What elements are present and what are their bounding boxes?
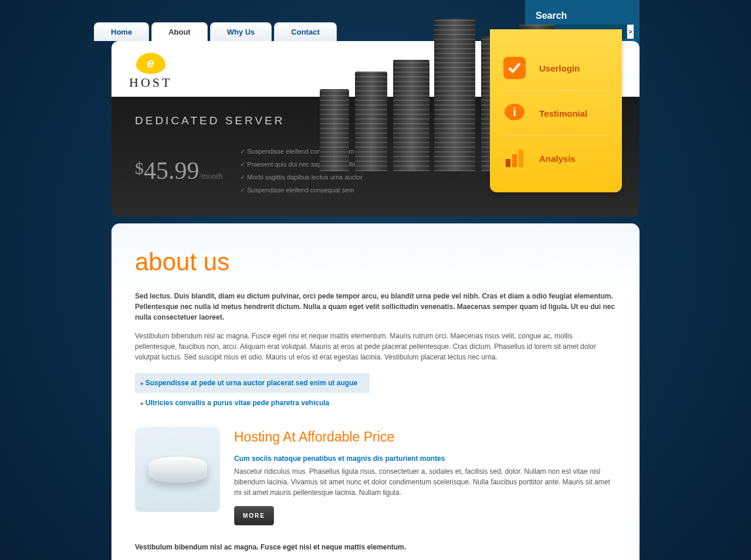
link-list: Suspendisse at pede ut urna auctor place… xyxy=(135,373,370,413)
body-text: Vestibulum bibendum nisl ac magna. Fusce… xyxy=(135,331,616,362)
more-button[interactable]: MORE xyxy=(234,506,274,525)
logo-text: HOST xyxy=(129,75,172,90)
search-title: Search xyxy=(536,11,634,21)
sidebar: Userlogin i Testimonial Analysis xyxy=(490,29,622,192)
closing-text: Mauris rutrum orci. Maecenas risus velit… xyxy=(135,558,616,561)
sidebar-item-analysis[interactable]: Analysis xyxy=(503,136,609,181)
feature-item: Morbi sagittis dapibus lectus urna aucto… xyxy=(240,171,416,184)
tab-about[interactable]: About xyxy=(151,22,208,41)
main-content: about us Sed lectus. Duis blandit, diam … xyxy=(111,223,640,560)
hosting-title: Hosting At Affordable Price xyxy=(234,427,616,447)
sidebar-item-testimonial[interactable]: i Testimonial xyxy=(503,91,609,136)
svg-text:i: i xyxy=(513,106,516,118)
search-button[interactable]: > xyxy=(627,25,634,39)
sidebar-label: Userlogin xyxy=(539,63,580,73)
link-item[interactable]: Ultricies convallis a purus vitae pede p… xyxy=(135,393,370,413)
feature-item: Suspendisse eleifend consequat sem xyxy=(240,145,416,158)
chart-icon xyxy=(503,147,526,170)
sidebar-label: Analysis xyxy=(539,154,576,164)
page-title: about us xyxy=(135,243,616,280)
tab-home[interactable]: Home xyxy=(94,22,149,41)
svg-rect-5 xyxy=(519,150,523,167)
logo[interactable]: e HOST xyxy=(129,53,172,90)
hosting-text: Nascetur ridiculus mus. Phasellus ligula… xyxy=(234,466,616,498)
logo-badge-icon: e xyxy=(136,53,165,74)
svg-rect-3 xyxy=(506,159,510,167)
feature-item: Praesent quis dui nec sapien convallis xyxy=(240,158,416,171)
sidebar-item-userlogin[interactable]: Userlogin xyxy=(503,46,609,91)
feature-item: Suspendisse eleifend consequat sem xyxy=(240,184,416,196)
tab-whyus[interactable]: Why Us xyxy=(210,22,272,41)
info-icon: i xyxy=(503,101,526,125)
feature-list: Suspendisse eleifend consequat sem Praes… xyxy=(240,145,416,196)
sidebar-label: Testimonial xyxy=(539,108,587,118)
tab-contact[interactable]: Contact xyxy=(274,22,336,41)
bold-text: Vestibulum bibendum nisl ac magna. Fusce… xyxy=(135,542,616,552)
price-display: $45.99/month xyxy=(135,157,222,185)
intro-text: Sed lectus. Duis blandit, diam eu dictum… xyxy=(135,291,616,323)
hosting-subtitle: Cum sociis natoque penatibus et magnis d… xyxy=(234,453,616,464)
svg-rect-4 xyxy=(512,154,517,167)
link-item[interactable]: Suspendisse at pede ut urna auctor place… xyxy=(135,373,370,393)
router-icon xyxy=(148,457,207,483)
product-image xyxy=(135,427,220,512)
check-icon xyxy=(503,56,526,80)
